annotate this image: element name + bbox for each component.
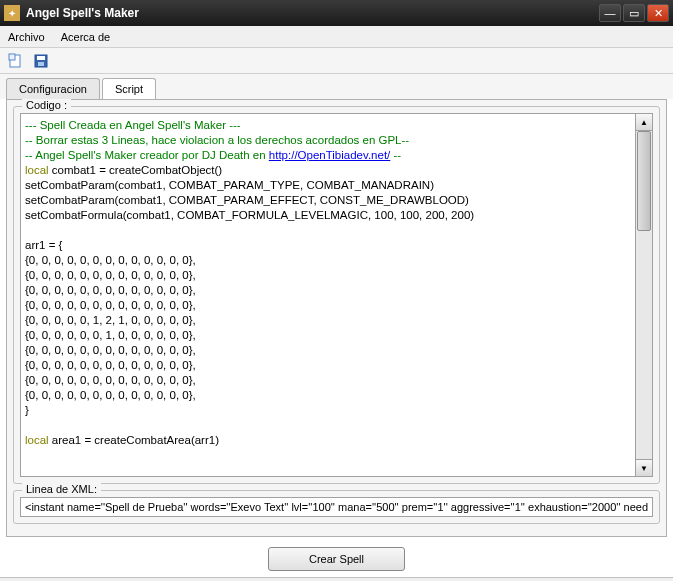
groupbox-codigo: Codigo : --- Spell Creada en Angel Spell… bbox=[13, 106, 660, 484]
tab-configuracion[interactable]: Configuracion bbox=[6, 78, 100, 99]
scroll-thumb[interactable] bbox=[637, 131, 651, 231]
xml-label: Linea de XML: bbox=[22, 483, 101, 495]
titlebar: ✦ Angel Spell's Maker — ▭ ✕ bbox=[0, 0, 673, 26]
menubar: Archivo Acerca de bbox=[0, 26, 673, 48]
svg-rect-4 bbox=[38, 62, 44, 66]
codigo-label: Codigo : bbox=[22, 99, 71, 111]
close-button[interactable]: ✕ bbox=[647, 4, 669, 22]
svg-rect-1 bbox=[9, 54, 15, 60]
statusbar: Angel Spell's Maker v1 BETA Created by D… bbox=[0, 577, 673, 581]
app-icon: ✦ bbox=[4, 5, 20, 21]
xml-input[interactable] bbox=[20, 497, 653, 517]
scrollbar-vertical[interactable]: ▲ ▼ bbox=[636, 113, 653, 477]
groupbox-xml: Linea de XML: bbox=[13, 490, 660, 524]
window-title: Angel Spell's Maker bbox=[26, 6, 599, 20]
scroll-down-icon[interactable]: ▼ bbox=[636, 459, 652, 476]
tab-script[interactable]: Script bbox=[102, 78, 156, 99]
maximize-button[interactable]: ▭ bbox=[623, 4, 645, 22]
scroll-track[interactable] bbox=[636, 131, 652, 459]
menu-acerca[interactable]: Acerca de bbox=[61, 31, 111, 43]
menu-archivo[interactable]: Archivo bbox=[8, 31, 45, 43]
save-icon[interactable] bbox=[32, 52, 50, 70]
tab-bar: Configuracion Script bbox=[0, 74, 673, 99]
button-row: Crear Spell bbox=[0, 541, 673, 577]
toolbar bbox=[0, 48, 673, 74]
svg-rect-3 bbox=[37, 56, 45, 60]
scroll-up-icon[interactable]: ▲ bbox=[636, 114, 652, 131]
tab-content: Codigo : --- Spell Creada en Angel Spell… bbox=[6, 99, 667, 537]
new-file-icon[interactable] bbox=[6, 52, 24, 70]
code-area[interactable]: --- Spell Creada en Angel Spell's Maker … bbox=[20, 113, 636, 477]
crear-spell-button[interactable]: Crear Spell bbox=[268, 547, 405, 571]
minimize-button[interactable]: — bbox=[599, 4, 621, 22]
